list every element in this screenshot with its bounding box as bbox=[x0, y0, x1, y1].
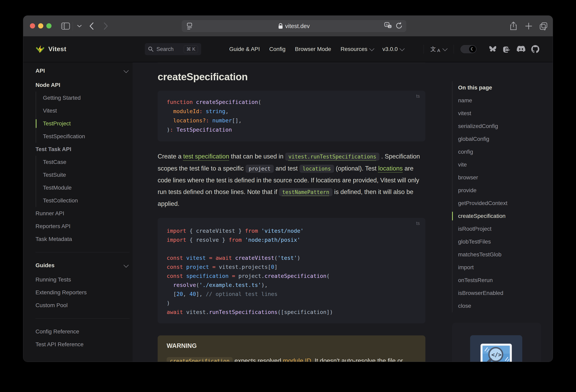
outline-item-import[interactable]: import bbox=[458, 261, 540, 274]
page-title: createSpecification bbox=[158, 71, 425, 83]
chevron-down-icon bbox=[442, 46, 447, 51]
sidebar-item-vitest[interactable]: Vitest bbox=[43, 104, 130, 117]
sidebar-item-testspecification[interactable]: TestSpecification bbox=[43, 130, 130, 143]
doc-link[interactable]: locations bbox=[378, 165, 403, 172]
code-line: import { resolve } from 'node:path/posix… bbox=[167, 235, 416, 244]
back-button[interactable] bbox=[86, 16, 97, 36]
search-icon bbox=[148, 46, 154, 52]
body-text: that can be used in bbox=[229, 153, 285, 160]
code-line bbox=[167, 244, 416, 253]
outline-item-globtestfiles[interactable]: globTestFiles bbox=[458, 235, 540, 248]
code-scan-illustration: </> bbox=[470, 335, 522, 362]
sidebar-item-getting-started[interactable]: Getting Started bbox=[43, 91, 130, 104]
page-viewport: Vitest Search ⌘ K Guide & APIConfigBrows… bbox=[23, 36, 553, 362]
code-lang-badge: ts bbox=[416, 93, 420, 99]
nav-item-label: Guide & API bbox=[229, 46, 260, 52]
site-logo[interactable]: Vitest bbox=[35, 36, 66, 62]
sidebar-item-runner-api[interactable]: Runner API bbox=[35, 207, 130, 220]
outline-item-close[interactable]: close bbox=[458, 300, 540, 312]
translate-icon[interactable]: A 文 bbox=[384, 22, 392, 30]
tab-overview-icon[interactable] bbox=[538, 16, 549, 36]
outline-item-matchestestglob[interactable]: matchesTestGlob bbox=[458, 248, 540, 261]
header-divider bbox=[424, 45, 424, 54]
sidebar-item-task-metadata[interactable]: Task Metadata bbox=[35, 233, 130, 245]
promo-card[interactable]: </> bbox=[452, 323, 541, 362]
content-top-divider bbox=[158, 63, 425, 63]
sidebar-section-api[interactable]: API bbox=[35, 64, 130, 77]
outline-item-name[interactable]: name bbox=[458, 94, 540, 107]
doc-link[interactable]: test specification bbox=[183, 153, 229, 160]
outline-item-getprovidedcontext[interactable]: getProvidedContext bbox=[458, 197, 540, 210]
bluesky-icon[interactable] bbox=[489, 45, 497, 53]
search-button[interactable]: Search ⌘ K bbox=[145, 43, 201, 55]
nav-item-config[interactable]: Config bbox=[269, 46, 286, 52]
sidebar-item-testmodule[interactable]: TestModule bbox=[43, 181, 130, 194]
outline-item-config[interactable]: config bbox=[458, 146, 540, 158]
sidebar-item-test-api-reference[interactable]: Test API Reference bbox=[35, 338, 130, 351]
outline-item-provide[interactable]: provide bbox=[458, 184, 540, 197]
outline-item-serializedconfig[interactable]: serializedConfig bbox=[458, 120, 540, 133]
code-line: function createSpecification( bbox=[167, 97, 416, 107]
sidebar-nav: APINode APIGetting StartedVitestTestProj… bbox=[23, 62, 133, 362]
code-block-signature[interactable]: ts function createSpecification( moduleI… bbox=[158, 91, 425, 141]
minimize-window-button[interactable] bbox=[38, 23, 43, 29]
lock-icon bbox=[278, 23, 283, 29]
discord-icon[interactable] bbox=[517, 46, 525, 53]
main-nav: Guide & APIConfigBrowser ModeResourcesv3… bbox=[229, 36, 403, 62]
sidebar-chevron-icon[interactable] bbox=[74, 16, 85, 36]
sidebar-item-testcase[interactable]: TestCase bbox=[43, 156, 130, 169]
sidebar-item-testproject[interactable]: TestProject bbox=[43, 117, 130, 130]
new-tab-icon[interactable] bbox=[523, 16, 534, 36]
sidebar-item-test-task-api[interactable]: Test Task API bbox=[35, 143, 130, 156]
close-window-button[interactable] bbox=[30, 23, 35, 29]
sidebar-item-custom-pool[interactable]: Custom Pool bbox=[35, 299, 130, 312]
share-icon[interactable] bbox=[508, 16, 519, 36]
inline-code: locations bbox=[299, 165, 334, 173]
nav-item-browser-mode[interactable]: Browser Mode bbox=[295, 46, 331, 52]
site-title: Vitest bbox=[48, 45, 66, 53]
outline-item-browser[interactable]: browser bbox=[458, 171, 540, 184]
outline-item-globalconfig[interactable]: globalConfig bbox=[458, 133, 540, 146]
outline-item-vite[interactable]: vite bbox=[458, 158, 540, 171]
language-menu[interactable]: 文A bbox=[431, 36, 446, 62]
sidebar-item-reporters-api[interactable]: Reporters API bbox=[35, 220, 130, 233]
outline-item-vitest[interactable]: vitest bbox=[458, 107, 540, 120]
search-shortcut: ⌘ K bbox=[184, 46, 198, 53]
inline-code-link[interactable]: testNamePattern bbox=[279, 188, 333, 196]
outline-item-ontestsrerun[interactable]: onTestsRerun bbox=[458, 274, 540, 287]
sidebar-section-guides[interactable]: Guides bbox=[35, 259, 130, 272]
nav-item-resources[interactable]: Resources bbox=[341, 46, 373, 52]
outline-item-isrootproject[interactable]: isRootProject bbox=[458, 222, 540, 235]
inline-code: project bbox=[245, 165, 274, 173]
nav-item-v3-0-0[interactable]: v3.0.0 bbox=[382, 46, 403, 52]
reload-icon[interactable] bbox=[396, 22, 403, 30]
zoom-window-button[interactable] bbox=[46, 23, 52, 29]
mastodon-icon[interactable] bbox=[503, 45, 511, 53]
github-icon[interactable] bbox=[531, 45, 539, 53]
social-links bbox=[489, 36, 539, 62]
sidebar-item-config-reference[interactable]: Config Reference bbox=[35, 325, 130, 338]
nav-item-label: Browser Mode bbox=[295, 46, 331, 52]
outline-item-isbrowserenabled[interactable]: isBrowserEnabled bbox=[458, 287, 540, 300]
theme-toggle[interactable]: ☾ bbox=[461, 45, 477, 53]
address-bar[interactable]: vitest.dev A 文 bbox=[182, 20, 406, 32]
inline-code-link[interactable]: vitest.runTestSpecifications bbox=[285, 153, 379, 161]
code-line: const project = vitest.projects[0] bbox=[167, 262, 416, 271]
outline-list: On this pagenamevitestserializedConfiggl… bbox=[452, 81, 540, 312]
nav-item-guide-api[interactable]: Guide & API bbox=[229, 46, 260, 52]
outline-item-createspecification[interactable]: createSpecification bbox=[458, 210, 540, 222]
body-text: (optional). Test bbox=[334, 165, 378, 172]
code-line: ) bbox=[167, 299, 416, 307]
sidebar-item-testcollection[interactable]: TestCollection bbox=[43, 194, 130, 207]
sidebar-toggle-icon[interactable] bbox=[60, 16, 71, 36]
forward-button[interactable] bbox=[100, 16, 112, 36]
nav-item-label: Resources bbox=[341, 46, 367, 52]
doc-link[interactable]: module ID bbox=[283, 357, 311, 362]
vitest-logo-icon bbox=[35, 45, 45, 54]
code-block-example[interactable]: ts import { createVitest } from 'vitest/… bbox=[158, 218, 425, 323]
sidebar-item-running-tests[interactable]: Running Tests bbox=[35, 273, 130, 286]
sidebar-item-node-api[interactable]: Node API bbox=[35, 79, 130, 91]
code-line: const vitest = await createVitest('test'… bbox=[167, 253, 416, 262]
sidebar-item-extending-reporters[interactable]: Extending Reporters bbox=[35, 286, 130, 299]
sidebar-item-testsuite[interactable]: TestSuite bbox=[43, 169, 130, 181]
